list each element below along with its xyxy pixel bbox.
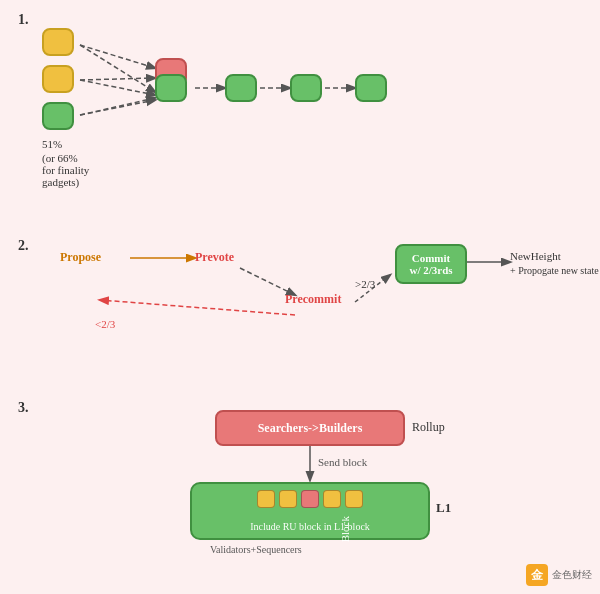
section-1-num: 1. bbox=[18, 12, 29, 28]
searchers-label: Searchers->Builders bbox=[258, 421, 363, 436]
watermark: 金 金色财经 bbox=[526, 564, 592, 586]
block-label: Block bbox=[339, 516, 351, 542]
validators-label: Validators+Sequencers bbox=[210, 544, 302, 555]
l1-small-yellow-1 bbox=[257, 490, 275, 508]
commit-box: Commit w/ 2/3rds bbox=[395, 244, 467, 284]
box-green-chain3 bbox=[290, 74, 322, 102]
precommit-label: Precommit bbox=[285, 292, 341, 307]
l1-small-yellow-3 bbox=[323, 490, 341, 508]
box-green-chain2 bbox=[225, 74, 257, 102]
pct-label: 51% bbox=[42, 138, 62, 150]
commit-line2: w/ 2/3rds bbox=[409, 264, 452, 276]
box-yellow-2 bbox=[42, 65, 74, 93]
prevote-label: Prevote bbox=[195, 250, 234, 265]
l1-small-yellow-4 bbox=[345, 490, 363, 508]
l1-small-red bbox=[301, 490, 319, 508]
svg-line-3 bbox=[80, 45, 155, 92]
new-height-label: NewHeight bbox=[510, 250, 561, 262]
box-yellow-1 bbox=[42, 28, 74, 56]
svg-line-5 bbox=[80, 100, 155, 115]
threshold-above: >2/3 bbox=[355, 278, 375, 290]
svg-line-4 bbox=[80, 80, 155, 95]
l1-small-yellow-2 bbox=[279, 490, 297, 508]
commit-line1: Commit bbox=[409, 252, 452, 264]
l1-label: L1 bbox=[436, 500, 451, 516]
searchers-box: Searchers->Builders bbox=[215, 410, 405, 446]
svg-line-0 bbox=[80, 45, 155, 68]
section-3-num: 3. bbox=[18, 400, 29, 416]
threshold-below: <2/3 bbox=[95, 318, 115, 330]
svg-line-10 bbox=[240, 268, 295, 295]
rollup-label: Rollup bbox=[412, 420, 445, 435]
svg-line-2 bbox=[80, 98, 155, 115]
svg-line-1 bbox=[80, 78, 155, 80]
watermark-icon: 金 bbox=[526, 564, 548, 586]
section-2-num: 2. bbox=[18, 238, 29, 254]
box-green-chain4 bbox=[355, 74, 387, 102]
or-label: (or 66% bbox=[42, 152, 78, 164]
gadgets-label: gadgets) bbox=[42, 176, 79, 188]
l1-box-inner bbox=[202, 490, 418, 508]
finality-label: for finality bbox=[42, 164, 89, 176]
include-label: Include RU block in L1 block bbox=[192, 521, 428, 532]
propagate-label: + Propogate new state bbox=[510, 265, 599, 276]
propose-label: Propose bbox=[60, 250, 101, 265]
watermark-text: 金色财经 bbox=[552, 568, 592, 582]
box-green-chain1 bbox=[155, 74, 187, 102]
l1-box: Include RU block in L1 block bbox=[190, 482, 430, 540]
diagram-container: 1. 51% (or 66% for finality gadgets) 2. … bbox=[0, 0, 600, 594]
send-block-label: Send block bbox=[318, 456, 367, 468]
svg-line-11 bbox=[100, 300, 295, 315]
box-green-left bbox=[42, 102, 74, 130]
